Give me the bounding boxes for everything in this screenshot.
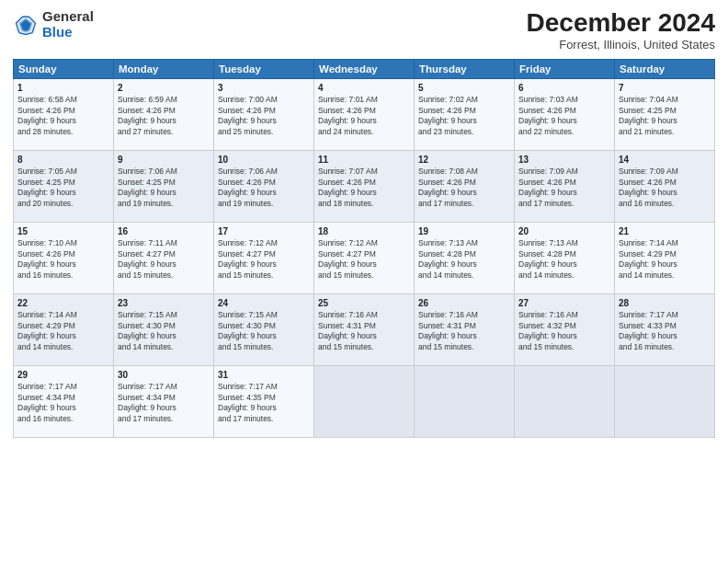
calendar-cell: 16Sunrise: 7:11 AMSunset: 4:27 PMDayligh… — [114, 222, 214, 293]
day-info: and 14 minutes. — [518, 270, 610, 281]
day-number: 27 — [518, 297, 610, 310]
day-info: Daylight: 9 hours — [118, 259, 210, 270]
calendar-cell: 13Sunrise: 7:09 AMSunset: 4:26 PMDayligh… — [515, 150, 615, 222]
day-number: 8 — [17, 154, 109, 167]
day-number: 10 — [218, 154, 310, 167]
day-info: Daylight: 9 hours — [118, 331, 210, 341]
day-info: Daylight: 9 hours — [17, 259, 109, 270]
calendar-cell: 4Sunrise: 7:01 AMSunset: 4:26 PMDaylight… — [314, 78, 415, 150]
day-info: Sunset: 4:26 PM — [518, 178, 610, 188]
col-friday: Friday — [515, 59, 615, 78]
calendar-table: Sunday Monday Tuesday Wednesday Thursday… — [13, 59, 715, 438]
calendar-cell: 15Sunrise: 7:10 AMSunset: 4:26 PMDayligh… — [14, 222, 114, 293]
day-info: Sunrise: 7:00 AM — [218, 95, 310, 105]
day-info: Sunset: 4:31 PM — [418, 321, 510, 331]
calendar-week-1: 1Sunrise: 6:58 AMSunset: 4:26 PMDaylight… — [14, 78, 715, 150]
day-info: Daylight: 9 hours — [17, 188, 109, 198]
day-info: and 14 minutes. — [619, 270, 711, 281]
day-info: Sunrise: 6:58 AM — [17, 95, 109, 105]
day-info: Sunset: 4:28 PM — [518, 249, 610, 259]
day-number: 3 — [218, 82, 310, 95]
day-info: Sunset: 4:26 PM — [418, 106, 510, 116]
title-block: December 2024 Forrest, Illinois, United … — [527, 9, 715, 52]
day-info: Sunset: 4:33 PM — [619, 321, 711, 331]
day-info: Sunset: 4:34 PM — [17, 393, 109, 403]
day-info: and 18 minutes. — [318, 199, 410, 209]
day-info: and 14 minutes. — [118, 342, 210, 352]
calendar-body: 1Sunrise: 6:58 AMSunset: 4:26 PMDaylight… — [14, 78, 715, 437]
day-info: Daylight: 9 hours — [118, 188, 210, 198]
calendar-cell: 14Sunrise: 7:09 AMSunset: 4:26 PMDayligh… — [615, 150, 715, 222]
day-info: and 15 minutes. — [218, 342, 310, 352]
day-info: and 15 minutes. — [218, 270, 310, 281]
calendar-cell: 25Sunrise: 7:16 AMSunset: 4:31 PMDayligh… — [314, 293, 415, 365]
day-info: Daylight: 9 hours — [619, 331, 711, 341]
day-info: and 24 minutes. — [318, 127, 410, 137]
day-info: Sunset: 4:30 PM — [218, 321, 310, 331]
day-info: Daylight: 9 hours — [118, 403, 210, 413]
day-info: Sunset: 4:26 PM — [218, 106, 310, 116]
calendar-header: Sunday Monday Tuesday Wednesday Thursday… — [14, 59, 715, 78]
header: General Blue December 2024 Forrest, Illi… — [13, 9, 715, 52]
day-number: 25 — [318, 297, 410, 310]
day-number: 13 — [518, 154, 610, 167]
day-info: and 19 minutes. — [118, 199, 210, 209]
day-info: Daylight: 9 hours — [619, 116, 711, 126]
day-info: Sunrise: 7:16 AM — [518, 310, 610, 320]
header-row: Sunday Monday Tuesday Wednesday Thursday… — [14, 59, 715, 78]
day-number: 28 — [619, 297, 711, 310]
day-info: Sunset: 4:26 PM — [318, 178, 410, 188]
day-info: and 22 minutes. — [518, 127, 610, 137]
col-wednesday: Wednesday — [314, 59, 415, 78]
col-thursday: Thursday — [415, 59, 515, 78]
day-number: 2 — [118, 82, 210, 95]
day-info: Daylight: 9 hours — [218, 188, 310, 198]
day-info: Sunrise: 7:12 AM — [318, 238, 410, 248]
day-info: Sunrise: 7:09 AM — [518, 167, 610, 177]
day-info: and 27 minutes. — [118, 127, 210, 137]
logo-blue: Blue — [42, 25, 94, 40]
day-number: 7 — [619, 82, 711, 95]
logo: General Blue — [13, 9, 94, 40]
day-number: 29 — [17, 369, 109, 382]
calendar-week-5: 29Sunrise: 7:17 AMSunset: 4:34 PMDayligh… — [14, 365, 715, 437]
calendar-cell: 30Sunrise: 7:17 AMSunset: 4:34 PMDayligh… — [114, 365, 214, 437]
calendar-cell: 17Sunrise: 7:12 AMSunset: 4:27 PMDayligh… — [214, 222, 314, 293]
day-info: Sunset: 4:34 PM — [118, 393, 210, 403]
day-info: Daylight: 9 hours — [418, 188, 510, 198]
day-info: Sunrise: 7:17 AM — [17, 382, 109, 392]
day-info: Daylight: 9 hours — [118, 116, 210, 126]
day-info: and 14 minutes. — [17, 342, 109, 352]
day-number: 14 — [619, 154, 711, 167]
day-number: 21 — [619, 225, 711, 238]
day-info: Daylight: 9 hours — [418, 116, 510, 126]
day-info: Daylight: 9 hours — [318, 259, 410, 270]
day-info: Sunrise: 7:17 AM — [118, 382, 210, 392]
calendar-cell — [415, 365, 515, 437]
col-sunday: Sunday — [14, 59, 114, 78]
day-info: Sunset: 4:27 PM — [118, 249, 210, 259]
col-saturday: Saturday — [615, 59, 715, 78]
day-info: and 15 minutes. — [318, 342, 410, 352]
day-info: Sunrise: 7:16 AM — [318, 310, 410, 320]
day-info: Sunrise: 7:09 AM — [619, 167, 711, 177]
day-info: and 19 minutes. — [218, 199, 310, 209]
day-info: Daylight: 9 hours — [418, 259, 510, 270]
day-number: 16 — [118, 225, 210, 238]
calendar-week-4: 22Sunrise: 7:14 AMSunset: 4:29 PMDayligh… — [14, 293, 715, 365]
day-info: and 17 minutes. — [118, 414, 210, 424]
calendar-cell: 12Sunrise: 7:08 AMSunset: 4:26 PMDayligh… — [415, 150, 515, 222]
day-number: 26 — [418, 297, 510, 310]
calendar-cell: 1Sunrise: 6:58 AMSunset: 4:26 PMDaylight… — [14, 78, 114, 150]
day-info: Sunrise: 7:01 AM — [318, 95, 410, 105]
day-info: Sunset: 4:25 PM — [118, 178, 210, 188]
logo-general: General — [42, 9, 94, 25]
day-info: Sunset: 4:26 PM — [17, 249, 109, 259]
day-info: Sunset: 4:26 PM — [318, 106, 410, 116]
calendar-cell: 5Sunrise: 7:02 AMSunset: 4:26 PMDaylight… — [415, 78, 515, 150]
day-info: Sunrise: 7:15 AM — [218, 310, 310, 320]
day-info: and 21 minutes. — [619, 127, 711, 137]
day-info: Sunrise: 7:17 AM — [218, 382, 310, 392]
calendar-cell: 28Sunrise: 7:17 AMSunset: 4:33 PMDayligh… — [615, 293, 715, 365]
day-info: Daylight: 9 hours — [218, 331, 310, 341]
